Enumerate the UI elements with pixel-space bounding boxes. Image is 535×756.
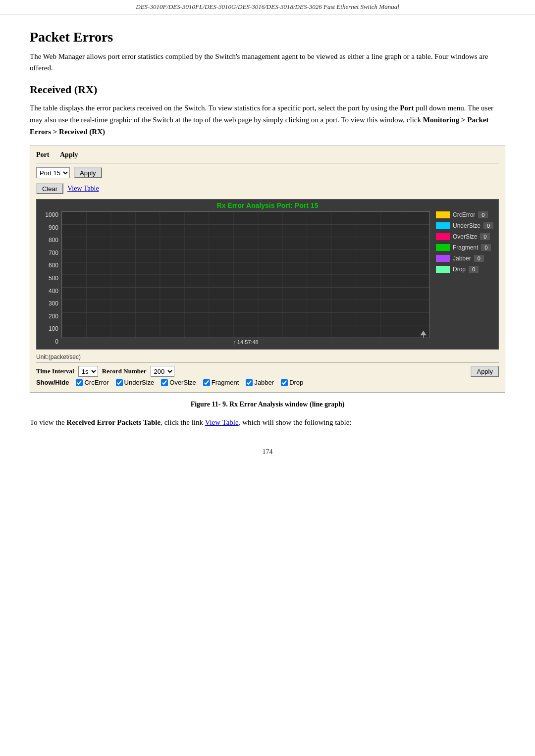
- page-number: 174: [30, 448, 505, 456]
- chart-svg: [62, 212, 429, 338]
- legend-jabber: Jabber 0: [436, 255, 494, 262]
- chart-y-axis: 1000 900 800 700 600 500 400 300 200 100…: [41, 211, 61, 345]
- checkbox-input-undersize[interactable]: [116, 379, 123, 386]
- chart-grid-wrapper: ↑ 14:57:48: [61, 211, 430, 345]
- legend-color-drop: [436, 266, 450, 273]
- legend-label-fragment: Fragment: [453, 244, 478, 251]
- page-header: DES-3010F/DES-3010FL/DES-3010G/DES-3016/…: [0, 0, 535, 14]
- intro-paragraph: The Web Manager allows port error statis…: [30, 51, 505, 73]
- record-number-select[interactable]: 200 100 50: [151, 366, 174, 377]
- section-title: Received (RX): [30, 83, 505, 96]
- legend-color-crcerror: [436, 211, 450, 218]
- checkbox-fragment[interactable]: Fragment: [203, 379, 239, 386]
- view-table-link[interactable]: View Table: [67, 185, 99, 193]
- checkbox-undersize[interactable]: UnderSize: [116, 379, 155, 386]
- chart-grid: [61, 211, 430, 338]
- checkbox-crcerror[interactable]: CrcError: [76, 379, 108, 386]
- checkbox-input-fragment[interactable]: [203, 379, 210, 386]
- port-apply-button[interactable]: Apply: [74, 167, 102, 178]
- legend-color-fragment: [436, 244, 450, 251]
- time-interval-label: Time Interval: [36, 367, 74, 375]
- header-text: DES-3010F/DES-3010FL/DES-3010G/DES-3016/…: [136, 3, 399, 10]
- y-label-300: 300: [49, 300, 58, 307]
- showhide-row: Show/Hide CrcError UnderSize OverSize Fr…: [36, 379, 499, 386]
- clear-button[interactable]: Clear: [36, 183, 63, 194]
- widget-panel: Port Apply Port 15 Apply Clear View Tabl…: [30, 146, 505, 393]
- y-label-1000: 1000: [45, 211, 58, 218]
- legend-oversize: OverSize 0: [436, 233, 494, 240]
- legend-value-undersize: 0: [483, 222, 493, 229]
- port-column-label: Port: [36, 151, 56, 159]
- legend-label-crcerror: CrcError: [453, 211, 475, 218]
- checkbox-drop[interactable]: Drop: [281, 379, 303, 386]
- showhide-label: Show/Hide: [36, 379, 69, 386]
- chart-inner: 1000 900 800 700 600 500 400 300 200 100…: [41, 211, 494, 345]
- chart-timestamp: ↑ 14:57:48: [61, 339, 430, 345]
- y-label-400: 400: [49, 288, 58, 295]
- checkbox-oversize[interactable]: OverSize: [161, 379, 196, 386]
- legend-value-jabber: 0: [474, 255, 484, 262]
- checkbox-jabber[interactable]: Jabber: [246, 379, 274, 386]
- port-select[interactable]: Port 15: [36, 167, 70, 178]
- checkbox-input-drop[interactable]: [281, 379, 288, 386]
- legend-label-jabber: Jabber: [453, 255, 471, 262]
- chart-title: Rx Error Analysis Port: Port 15: [41, 202, 494, 209]
- legend-label-drop: Drop: [453, 266, 466, 273]
- legend-drop: Drop 0: [436, 266, 494, 273]
- unit-label: Unit:(packet/sec): [36, 353, 499, 360]
- time-interval-select[interactable]: 1s 2s 5s: [78, 366, 98, 377]
- footer-paragraph: To view the Received Error Packets Table…: [30, 416, 505, 428]
- clear-viewtable-row: Clear View Table: [36, 183, 499, 194]
- y-label-700: 700: [49, 250, 58, 256]
- record-number-label: Record Number: [102, 367, 147, 375]
- chart-panel: Rx Error Analysis Port: Port 15 1000 900…: [36, 199, 499, 350]
- chart-legend: CrcError 0 UnderSize 0 OverSize 0: [430, 211, 494, 345]
- legend-color-jabber: [436, 255, 450, 262]
- legend-value-crcerror: 0: [478, 211, 488, 218]
- y-label-0: 0: [55, 338, 58, 345]
- port-control-row: Port 15 Apply: [36, 167, 499, 178]
- legend-value-fragment: 0: [481, 244, 491, 251]
- widget-header-row: Port Apply: [36, 151, 499, 163]
- legend-label-oversize: OverSize: [453, 233, 477, 240]
- bottom-controls-row: Time Interval 1s 2s 5s Record Number 200…: [36, 362, 499, 377]
- legend-fragment: Fragment 0: [436, 244, 494, 251]
- page-title: Packet Errors: [30, 29, 505, 45]
- bottom-apply-button[interactable]: Apply: [471, 366, 499, 377]
- legend-undersize: UnderSize 0: [436, 222, 494, 229]
- legend-color-oversize: [436, 233, 450, 240]
- y-label-500: 500: [49, 275, 58, 282]
- y-label-900: 900: [49, 224, 58, 231]
- checkbox-input-oversize[interactable]: [161, 379, 168, 386]
- checkbox-input-crcerror[interactable]: [76, 379, 83, 386]
- checkbox-input-jabber[interactable]: [246, 379, 253, 386]
- legend-label-undersize: UnderSize: [453, 222, 481, 229]
- figure-caption: Figure 11- 9. Rx Error Analysis window (…: [30, 401, 505, 408]
- footer-view-table-link[interactable]: View Table: [205, 418, 239, 426]
- legend-color-undersize: [436, 222, 450, 229]
- apply-column-label: Apply: [60, 151, 80, 159]
- legend-value-drop: 0: [469, 266, 479, 273]
- legend-value-oversize: 0: [480, 233, 490, 240]
- y-label-200: 200: [49, 313, 58, 320]
- y-label-800: 800: [49, 237, 58, 244]
- y-label-100: 100: [49, 325, 58, 332]
- section-description: The table displays the error packets rec…: [30, 102, 505, 138]
- legend-crcerror: CrcError 0: [436, 211, 494, 218]
- y-label-600: 600: [49, 262, 58, 269]
